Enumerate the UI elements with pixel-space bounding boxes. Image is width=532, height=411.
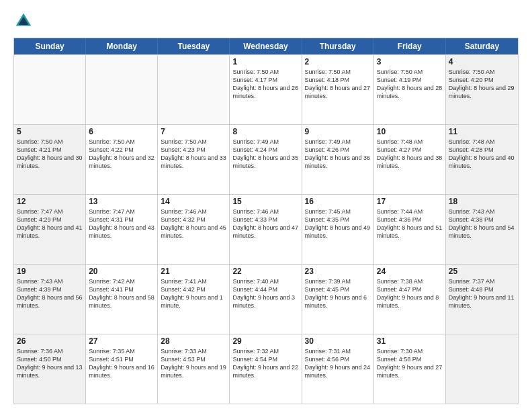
day-number: 25: [449, 267, 515, 276]
day-info: Sunrise: 7:50 AMSunset: 4:20 PMDaylight:…: [449, 68, 515, 101]
header: [13, 11, 519, 31]
day-number: 30: [305, 336, 371, 346]
day-number: 17: [377, 197, 443, 206]
day-cell-14: 14Sunrise: 7:46 AMSunset: 4:32 PMDayligh…: [158, 195, 230, 264]
day-cell-8: 8Sunrise: 7:49 AMSunset: 4:24 PMDaylight…: [230, 125, 302, 194]
day-cell-10: 10Sunrise: 7:48 AMSunset: 4:27 PMDayligh…: [374, 125, 446, 194]
day-cell-21: 21Sunrise: 7:41 AMSunset: 4:42 PMDayligh…: [158, 265, 230, 334]
day-cell-4: 4Sunrise: 7:50 AMSunset: 4:20 PMDaylight…: [446, 55, 518, 124]
day-cell-13: 13Sunrise: 7:47 AMSunset: 4:31 PMDayligh…: [86, 195, 158, 264]
day-info: Sunrise: 7:43 AMSunset: 4:38 PMDaylight:…: [449, 208, 515, 240]
day-cell-20: 20Sunrise: 7:42 AMSunset: 4:41 PMDayligh…: [86, 265, 158, 334]
day-number: 18: [449, 197, 515, 206]
day-info: Sunrise: 7:35 AMSunset: 4:51 PMDaylight:…: [89, 347, 154, 380]
day-cell-2: 2Sunrise: 7:50 AMSunset: 4:18 PMDaylight…: [302, 55, 374, 124]
day-info: Sunrise: 7:47 AMSunset: 4:31 PMDaylight:…: [89, 208, 154, 240]
empty-cell-0-2: [158, 55, 230, 124]
day-cell-31: 31Sunrise: 7:30 AMSunset: 4:58 PMDayligh…: [374, 334, 446, 404]
day-cell-27: 27Sunrise: 7:35 AMSunset: 4:51 PMDayligh…: [86, 334, 158, 404]
day-number: 31: [377, 336, 443, 346]
day-info: Sunrise: 7:49 AMSunset: 4:24 PMDaylight:…: [232, 138, 298, 171]
day-number: 6: [89, 127, 154, 136]
calendar: SundayMondayTuesdayWednesdayThursdayFrid…: [13, 38, 519, 404]
header-day-tuesday: Tuesday: [158, 38, 230, 54]
logo-icon: [13, 11, 34, 31]
day-cell-22: 22Sunrise: 7:40 AMSunset: 4:44 PMDayligh…: [230, 265, 302, 334]
header-day-sunday: Sunday: [14, 38, 86, 54]
day-info: Sunrise: 7:45 AMSunset: 4:35 PMDaylight:…: [305, 208, 371, 240]
calendar-row-3: 19Sunrise: 7:43 AMSunset: 4:39 PMDayligh…: [14, 264, 518, 334]
day-info: Sunrise: 7:50 AMSunset: 4:21 PMDaylight:…: [17, 138, 83, 171]
day-info: Sunrise: 7:39 AMSunset: 4:45 PMDaylight:…: [305, 277, 371, 310]
day-info: Sunrise: 7:41 AMSunset: 4:42 PMDaylight:…: [161, 277, 226, 310]
day-cell-30: 30Sunrise: 7:31 AMSunset: 4:56 PMDayligh…: [302, 334, 374, 404]
day-cell-17: 17Sunrise: 7:44 AMSunset: 4:36 PMDayligh…: [374, 195, 446, 264]
empty-cell-0-0: [14, 55, 86, 124]
day-info: Sunrise: 7:48 AMSunset: 4:27 PMDaylight:…: [377, 138, 443, 171]
day-number: 7: [161, 127, 226, 136]
header-day-saturday: Saturday: [446, 38, 518, 54]
day-info: Sunrise: 7:49 AMSunset: 4:26 PMDaylight:…: [305, 138, 371, 171]
day-info: Sunrise: 7:42 AMSunset: 4:41 PMDaylight:…: [89, 277, 154, 310]
day-number: 13: [89, 197, 154, 206]
day-info: Sunrise: 7:37 AMSunset: 4:48 PMDaylight:…: [449, 277, 515, 310]
day-info: Sunrise: 7:46 AMSunset: 4:33 PMDaylight:…: [232, 208, 298, 240]
day-cell-26: 26Sunrise: 7:36 AMSunset: 4:50 PMDayligh…: [14, 334, 86, 404]
day-number: 15: [232, 197, 298, 206]
day-info: Sunrise: 7:50 AMSunset: 4:23 PMDaylight:…: [161, 138, 226, 171]
day-cell-29: 29Sunrise: 7:32 AMSunset: 4:54 PMDayligh…: [230, 334, 302, 404]
day-info: Sunrise: 7:33 AMSunset: 4:53 PMDaylight:…: [161, 347, 226, 380]
day-info: Sunrise: 7:31 AMSunset: 4:56 PMDaylight:…: [305, 347, 371, 380]
empty-cell-4-6: [446, 334, 518, 404]
day-number: 26: [17, 336, 83, 346]
day-number: 8: [232, 127, 298, 136]
calendar-row-0: 1Sunrise: 7:50 AMSunset: 4:17 PMDaylight…: [14, 54, 518, 124]
logo: [13, 11, 36, 31]
day-number: 21: [161, 267, 226, 276]
day-info: Sunrise: 7:30 AMSunset: 4:58 PMDaylight:…: [377, 347, 443, 380]
day-cell-1: 1Sunrise: 7:50 AMSunset: 4:17 PMDaylight…: [230, 55, 302, 124]
day-cell-28: 28Sunrise: 7:33 AMSunset: 4:53 PMDayligh…: [158, 334, 230, 404]
header-day-friday: Friday: [374, 38, 446, 54]
day-info: Sunrise: 7:50 AMSunset: 4:18 PMDaylight:…: [305, 68, 371, 101]
day-cell-5: 5Sunrise: 7:50 AMSunset: 4:21 PMDaylight…: [14, 125, 86, 194]
day-number: 1: [232, 57, 298, 66]
day-number: 20: [89, 267, 154, 276]
day-number: 11: [449, 127, 515, 136]
day-number: 23: [305, 267, 371, 276]
day-cell-25: 25Sunrise: 7:37 AMSunset: 4:48 PMDayligh…: [446, 265, 518, 334]
day-info: Sunrise: 7:43 AMSunset: 4:39 PMDaylight:…: [17, 277, 83, 310]
day-cell-15: 15Sunrise: 7:46 AMSunset: 4:33 PMDayligh…: [230, 195, 302, 264]
header-day-wednesday: Wednesday: [230, 38, 302, 54]
day-info: Sunrise: 7:50 AMSunset: 4:22 PMDaylight:…: [89, 138, 154, 171]
day-number: 2: [305, 57, 371, 66]
day-info: Sunrise: 7:47 AMSunset: 4:29 PMDaylight:…: [17, 208, 83, 240]
calendar-row-1: 5Sunrise: 7:50 AMSunset: 4:21 PMDaylight…: [14, 124, 518, 194]
day-cell-23: 23Sunrise: 7:39 AMSunset: 4:45 PMDayligh…: [302, 265, 374, 334]
calendar-body: 1Sunrise: 7:50 AMSunset: 4:17 PMDaylight…: [14, 54, 518, 404]
day-info: Sunrise: 7:50 AMSunset: 4:17 PMDaylight:…: [232, 68, 298, 101]
day-info: Sunrise: 7:40 AMSunset: 4:44 PMDaylight:…: [232, 277, 298, 310]
day-info: Sunrise: 7:32 AMSunset: 4:54 PMDaylight:…: [232, 347, 298, 380]
day-info: Sunrise: 7:50 AMSunset: 4:19 PMDaylight:…: [377, 68, 443, 101]
day-number: 10: [377, 127, 443, 136]
day-number: 12: [17, 197, 83, 206]
day-number: 24: [377, 267, 443, 276]
day-cell-18: 18Sunrise: 7:43 AMSunset: 4:38 PMDayligh…: [446, 195, 518, 264]
day-number: 14: [161, 197, 226, 206]
day-number: 19: [17, 267, 83, 276]
page: SundayMondayTuesdayWednesdayThursdayFrid…: [0, 0, 532, 411]
day-number: 27: [89, 336, 154, 346]
day-cell-6: 6Sunrise: 7:50 AMSunset: 4:22 PMDaylight…: [86, 125, 158, 194]
day-cell-7: 7Sunrise: 7:50 AMSunset: 4:23 PMDaylight…: [158, 125, 230, 194]
day-cell-16: 16Sunrise: 7:45 AMSunset: 4:35 PMDayligh…: [302, 195, 374, 264]
day-info: Sunrise: 7:38 AMSunset: 4:47 PMDaylight:…: [377, 277, 443, 310]
day-cell-24: 24Sunrise: 7:38 AMSunset: 4:47 PMDayligh…: [374, 265, 446, 334]
header-day-monday: Monday: [86, 38, 158, 54]
day-number: 4: [449, 57, 515, 66]
day-number: 5: [17, 127, 83, 136]
day-cell-12: 12Sunrise: 7:47 AMSunset: 4:29 PMDayligh…: [14, 195, 86, 264]
calendar-row-2: 12Sunrise: 7:47 AMSunset: 4:29 PMDayligh…: [14, 194, 518, 264]
calendar-row-4: 26Sunrise: 7:36 AMSunset: 4:50 PMDayligh…: [14, 334, 518, 404]
day-number: 22: [232, 267, 298, 276]
